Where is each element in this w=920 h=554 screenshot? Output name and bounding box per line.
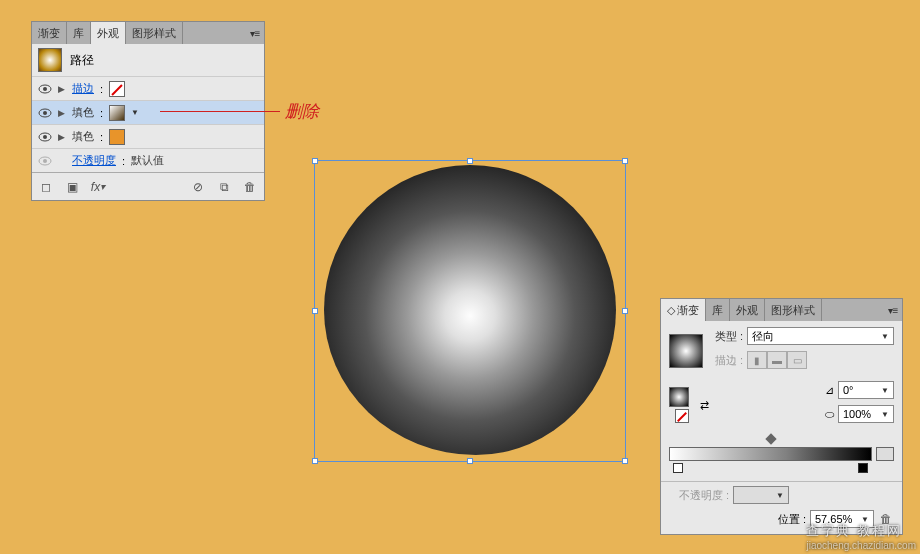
watermark: 查字典 教程网 jiaocheng.chazidian.com [806,522,916,551]
position-label: 位置 : [778,512,806,527]
stroke-swatch-none[interactable] [109,81,125,97]
panel-menu-icon[interactable]: ▾≡ [884,299,902,321]
tab-library[interactable]: 库 [706,299,730,321]
opacity-row[interactable]: 不透明度 : 默认值 [32,148,264,172]
ramp-midpoints [673,435,868,443]
fill-swatch[interactable] [669,387,689,407]
clear-icon[interactable]: ⊘ [190,179,206,195]
chevron-down-icon: ▼ [881,332,889,341]
visibility-icon-dim[interactable] [38,154,52,168]
gradient-preview[interactable] [669,334,703,368]
handle-ml[interactable] [312,308,318,314]
stroke-swatch[interactable] [675,409,689,423]
panel-menu-icon[interactable]: ▾≡ [246,22,264,44]
handle-tr[interactable] [622,158,628,164]
expand-icon[interactable]: ▶ [58,84,66,94]
stroke-label: 描边 : [709,353,743,368]
tab-gradient[interactable]: 渐变 [32,22,67,44]
stroke-label[interactable]: 描边 [72,81,94,96]
tab-library[interactable]: 库 [67,22,91,44]
ramp-extend[interactable] [876,447,894,461]
svg-point-5 [43,135,47,139]
stroke-gradient-buttons: ▮ ▬ ▭ [747,351,807,369]
new-art-icon[interactable]: ◻ [38,179,54,195]
panel-footer: ◻ ▣ fx▾ ⊘ ⧉ 🗑 [32,172,264,200]
fill-swatch-gradient[interactable] [109,105,125,121]
aspect-field[interactable]: 100%▼ [838,405,894,423]
reverse-gradient-icon[interactable]: ⇄ [695,396,713,414]
tab-gradient[interactable]: ◇渐变 [661,299,706,321]
selection-bbox [314,160,626,462]
tab-graphic-styles[interactable]: 图形样式 [765,299,822,321]
panel-tabs: ◇渐变 库 外观 图形样式 ▾≡ [661,299,902,321]
stop-opacity-field[interactable]: ▼ [733,486,789,504]
svg-point-3 [43,111,47,115]
stroke-mode-2[interactable]: ▬ [767,351,787,369]
fill-label: 填色 [72,129,94,144]
handle-mr[interactable] [622,308,628,314]
type-dropdown[interactable]: 径向▼ [747,327,894,345]
layer-icon[interactable]: ▣ [64,179,80,195]
midpoint-stop[interactable] [765,433,776,444]
fill-label: 填色 [72,105,94,120]
fill-row-1[interactable]: ▶ 填色 : ▼ [32,100,264,124]
stroke-row[interactable]: ▶ 描边 : [32,76,264,100]
fill-row-2[interactable]: ▶ 填色 : [32,124,264,148]
visibility-icon[interactable] [38,82,52,96]
handle-tl[interactable] [312,158,318,164]
handle-tm[interactable] [467,158,473,164]
ramp-stops [673,463,868,475]
stroke-mode-1[interactable]: ▮ [747,351,767,369]
svg-point-7 [43,159,47,163]
path-thumbnail [38,48,62,72]
color-stop-black[interactable] [858,463,868,473]
opacity-label[interactable]: 不透明度 [72,153,116,168]
handle-bm[interactable] [467,458,473,464]
path-label: 路径 [70,52,94,69]
duplicate-icon[interactable]: ⧉ [216,179,232,195]
gradient-ramp[interactable] [669,447,872,461]
svg-point-1 [43,87,47,91]
handle-br[interactable] [622,458,628,464]
angle-icon: ⊿ [825,384,834,397]
type-label: 类型 : [709,329,743,344]
gradient-panel: ◇渐变 库 外观 图形样式 ▾≡ 类型 : 径向▼ 描边 : ▮ ▬ [660,298,903,535]
tab-appearance[interactable]: 外观 [730,299,765,321]
visibility-icon[interactable] [38,106,52,120]
tab-appearance[interactable]: 外观 [91,22,126,44]
path-row: 路径 [32,44,264,76]
panel-tabs: 渐变 库 外观 图形样式 ▾≡ [32,22,264,44]
annotation-line [160,111,280,112]
handle-bl[interactable] [312,458,318,464]
fx-icon[interactable]: fx▾ [90,179,106,195]
fill-swatch-orange[interactable] [109,129,125,145]
tab-graphic-styles[interactable]: 图形样式 [126,22,183,44]
swatch-dropdown-icon[interactable]: ▼ [131,108,139,117]
visibility-icon[interactable] [38,130,52,144]
annotation-text: 删除 [285,100,319,123]
expand-icon[interactable]: ▶ [58,132,66,142]
opacity-value: 默认值 [131,153,164,168]
stroke-mode-3[interactable]: ▭ [787,351,807,369]
expand-icon[interactable]: ▶ [58,108,66,118]
color-stop-white[interactable] [673,463,683,473]
aspect-icon: ⬭ [825,408,834,421]
trash-icon[interactable]: 🗑 [242,179,258,195]
angle-field[interactable]: 0°▼ [838,381,894,399]
stop-opacity-label: 不透明度 : [669,488,729,503]
